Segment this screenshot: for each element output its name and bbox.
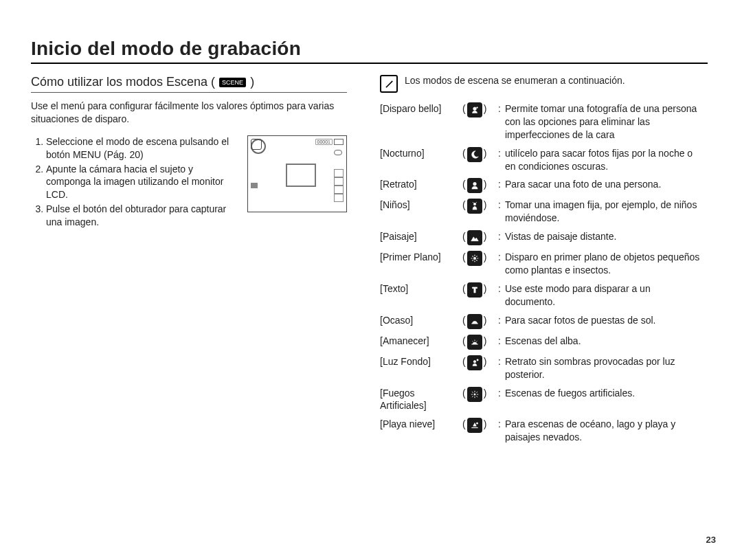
- scene-row: [Disparo bello]():Permite tomar una foto…: [380, 102, 703, 142]
- paren-close: ): [484, 387, 487, 400]
- scene-label: [Niños]: [380, 199, 462, 212]
- scene-row: [Luz Fondo]():Retrato sin sombras provoc…: [380, 355, 703, 381]
- step-item: Pulse el botón del obturador para captur…: [46, 203, 239, 229]
- scene-label: [Fuegos Artificiales]: [380, 387, 462, 413]
- scene-label: [Primer Plano]: [380, 251, 462, 264]
- paren-close: ): [484, 282, 487, 295]
- scene-description: Disparo en primer plano de objetos peque…: [505, 251, 703, 277]
- scene-description: Escenas de fuegos artificiales.: [505, 387, 703, 400]
- scene-description: Vistas de paisaje distante.: [505, 230, 703, 243]
- scene-label: [Texto]: [380, 282, 462, 295]
- colon: :: [498, 178, 505, 191]
- scene-row: [Niños]():Tomar una imagen fija, por eje…: [380, 199, 703, 225]
- steps-list: Seleccione el modo de escena pulsando el…: [34, 135, 239, 230]
- camera-monitor-illustration: 00001: [247, 135, 347, 212]
- colon: :: [498, 147, 505, 160]
- scene-icon-cell: (): [462, 282, 498, 298]
- intro-text: Use el menú para configurar fácilmente l…: [31, 100, 347, 126]
- content-columns: Cómo utilizar los modos Escena ( SCENE )…: [31, 75, 711, 444]
- paren-open: (: [462, 230, 466, 243]
- paren-close: ): [484, 178, 487, 191]
- section-subhead: Cómo utilizar los modos Escena (: [31, 75, 215, 89]
- paren-open: (: [462, 178, 466, 191]
- scene-description: Para escenas de océano, lago y playa y p…: [505, 418, 703, 444]
- page-title: Inicio del modo de grabación: [31, 38, 711, 60]
- night-icon: [467, 147, 482, 162]
- paren-close: ): [484, 314, 487, 327]
- paren-open: (: [462, 314, 466, 327]
- colon: :: [498, 102, 505, 115]
- colon: :: [498, 199, 505, 212]
- shot-counter: 00001: [315, 139, 333, 145]
- colon: :: [498, 418, 505, 431]
- scene-icon-cell: (): [462, 147, 498, 162]
- paren-open: (: [462, 355, 466, 368]
- paren-open: (: [462, 335, 466, 348]
- scene-row: [Amanecer]():Escenas del alba.: [380, 335, 703, 350]
- scene-row: [Paisaje]():Vistas de paisaje distante.: [380, 230, 703, 245]
- beachsnow-icon: [467, 418, 482, 433]
- side-indicator-icon: [334, 169, 344, 177]
- note-icon: [380, 75, 398, 93]
- scene-row: [Primer Plano]():Disparo en primer plano…: [380, 251, 703, 277]
- scene-icon-cell: (): [462, 178, 498, 193]
- scene-icon-cell: (): [462, 418, 498, 433]
- paren-close: ): [484, 230, 487, 243]
- paren-close: ): [484, 335, 487, 348]
- scene-icon-cell: (): [462, 355, 498, 370]
- scene-label: [Nocturno]: [380, 147, 462, 160]
- scene-row: [Playa nieve]():Para escenas de océano, …: [380, 418, 703, 444]
- paren-close: ): [484, 147, 487, 160]
- title-rule: [31, 63, 708, 64]
- side-indicator-icon: [334, 177, 344, 186]
- scene-icon-cell: (): [462, 230, 498, 245]
- scene-pill-icon: SCENE: [219, 78, 246, 87]
- paren-open: (: [462, 251, 466, 264]
- scene-icon-cell: (): [462, 387, 498, 402]
- step-item: Apunte la cámara hacia el sujeto y compo…: [46, 163, 239, 202]
- note-text: Los modos de escena se enumeran a contin…: [405, 75, 625, 86]
- redeye-icon: [334, 150, 342, 155]
- right-column: Los modos de escena se enumeran a contin…: [380, 75, 703, 444]
- paren-close: ): [484, 199, 487, 212]
- scene-mode-list: [Disparo bello]():Permite tomar una foto…: [380, 102, 703, 444]
- scene-description: Para sacar una foto de una persona.: [505, 178, 703, 191]
- steps-area: Seleccione el modo de escena pulsando el…: [31, 135, 347, 230]
- text-icon: [467, 282, 482, 298]
- paren-open: (: [462, 418, 466, 431]
- sunset-icon: [467, 314, 482, 329]
- scene-label: [Luz Fondo]: [380, 355, 462, 368]
- scene-label: [Amanecer]: [380, 335, 462, 348]
- fireworks-icon: [467, 387, 482, 402]
- colon: :: [498, 314, 505, 327]
- scene-description: Escenas del alba.: [505, 335, 703, 348]
- battery-icon: [334, 139, 344, 145]
- colon: :: [498, 230, 505, 243]
- side-indicator-icon: [334, 194, 344, 202]
- children-icon: [467, 199, 482, 214]
- manual-page: Inicio del modo de grabación Cómo utiliz…: [31, 38, 711, 444]
- section-subhead-row: Cómo utilizar los modos Escena ( SCENE ): [31, 75, 347, 93]
- scene-icon-cell: (): [462, 314, 498, 329]
- paren-open: (: [462, 102, 466, 115]
- landscape-icon: [467, 230, 482, 245]
- paren-open: (: [462, 147, 466, 160]
- scene-label: [Playa nieve]: [380, 418, 462, 431]
- section-subhead-close: ): [250, 75, 254, 89]
- colon: :: [498, 335, 505, 348]
- scene-icon-cell: (): [462, 335, 498, 350]
- colon: :: [498, 251, 505, 264]
- scene-description: Para sacar fotos de puestas de sol.: [505, 314, 703, 327]
- scene-description: Tomar una imagen fija, por ejemplo, de n…: [505, 199, 703, 225]
- scene-icon-cell: (): [462, 251, 498, 266]
- scene-description: Permite tomar una fotografía de una pers…: [505, 102, 703, 142]
- portrait-icon: [467, 178, 482, 193]
- paren-open: (: [462, 199, 466, 212]
- scene-icon-cell: (): [462, 199, 498, 214]
- mode-box-icon: [251, 139, 262, 150]
- colon: :: [498, 387, 505, 400]
- left-column: Cómo utilizar los modos Escena ( SCENE )…: [31, 75, 347, 230]
- paren-close: ): [484, 355, 487, 368]
- beauty-icon: [467, 102, 482, 117]
- closeup-icon: [467, 251, 482, 266]
